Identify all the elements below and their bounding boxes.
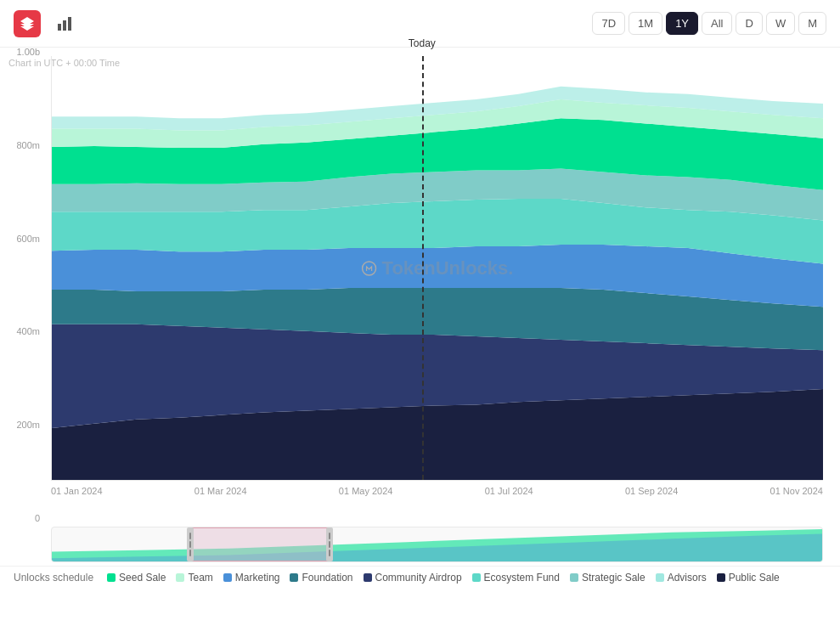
handle-lines-left: [189, 533, 191, 556]
legend-label-public-sale: Public Sale: [729, 572, 780, 584]
legend-item-seed-sale: Seed Sale: [107, 572, 166, 584]
btn-all[interactable]: All: [702, 12, 732, 35]
legend-label-ecosystem-fund: Ecosystem Fund: [484, 572, 560, 584]
legend-label-marketing: Marketing: [235, 572, 280, 584]
x-label-mar: 01 Mar 2024: [194, 486, 247, 496]
legend-dot-marketing: [223, 573, 232, 582]
btn-m[interactable]: M: [798, 12, 826, 35]
legend-item-community-airdrop: Community Airdrop: [364, 572, 462, 584]
x-label-may: 01 May 2024: [339, 486, 393, 496]
mini-chart-svg: [52, 527, 822, 561]
y-axis: 0 200m 400m 600m 800m 1.00b: [0, 48, 47, 523]
y-label-1b: 1.00b: [0, 48, 47, 57]
btn-w[interactable]: W: [766, 12, 795, 35]
logo-icon: [14, 10, 41, 37]
x-label-nov: 01 Nov 2024: [770, 486, 823, 496]
legend-title: Unlocks schedule: [14, 572, 93, 584]
svg-rect-0: [58, 24, 61, 31]
x-label-sep: 01 Sep 2024: [625, 486, 678, 496]
legend-dot-public-sale: [717, 573, 725, 582]
time-controls: 7D 1M 1Y All D W M: [592, 12, 826, 35]
y-label-0: 0: [0, 514, 47, 523]
legend-dot-seed-sale: [107, 573, 116, 582]
legend-label-advisors: Advisors: [668, 572, 707, 584]
svg-rect-2: [68, 17, 71, 31]
legend-dot-ecosystem-fund: [472, 573, 481, 582]
legend-dot-strategic-sale: [570, 573, 578, 582]
mini-chart[interactable]: [51, 527, 823, 562]
btn-d[interactable]: D: [736, 12, 762, 35]
legend-label-team: Team: [188, 572, 212, 584]
y-label-400m: 400m: [0, 327, 47, 336]
y-label-600m: 600m: [0, 234, 47, 244]
mini-handle-left[interactable]: [187, 527, 194, 561]
y-label-200m: 200m: [0, 420, 47, 430]
mini-handle-right[interactable]: [326, 527, 333, 561]
header-left: [14, 10, 78, 37]
mini-chart-container: [0, 523, 840, 566]
x-axis: 01 Jan 2024 01 Mar 2024 01 May 2024 01 J…: [51, 481, 823, 496]
svg-rect-1: [63, 20, 66, 31]
legend-dot-team: [176, 573, 184, 582]
legend-item-team: Team: [176, 572, 212, 584]
legend-label-community-airdrop: Community Airdrop: [375, 572, 462, 584]
y-label-800m: 800m: [0, 141, 47, 150]
legend-label-seed-sale: Seed Sale: [119, 572, 166, 584]
chart-area: Today TokenUnlocks.: [51, 56, 823, 481]
svg-marker-19: [52, 534, 822, 561]
legend-item-ecosystem-fund: Ecosystem Fund: [472, 572, 560, 584]
mini-selection: [190, 527, 329, 561]
stacked-chart: [52, 56, 823, 480]
chart-container: Chart in UTC + 00:00 Time 0 200m 400m 60…: [0, 48, 840, 523]
x-label-jul: 01 Jul 2024: [485, 486, 533, 496]
x-label-jan: 01 Jan 2024: [51, 486, 103, 496]
legend: Unlocks schedule Seed Sale Team Marketin…: [0, 566, 840, 589]
legend-dot-advisors: [656, 573, 664, 582]
legend-label-strategic-sale: Strategic Sale: [582, 572, 646, 584]
legend-item-advisors: Advisors: [656, 572, 707, 584]
legend-item-foundation: Foundation: [290, 572, 352, 584]
today-line: Today: [422, 56, 424, 480]
btn-1m[interactable]: 1M: [629, 12, 662, 35]
legend-item-public-sale: Public Sale: [717, 572, 780, 584]
legend-dot-foundation: [290, 573, 298, 582]
legend-label-foundation: Foundation: [302, 572, 352, 584]
btn-1y[interactable]: 1Y: [666, 12, 698, 35]
today-label: Today: [409, 37, 436, 49]
legend-item-marketing: Marketing: [223, 572, 280, 584]
btn-7d[interactable]: 7D: [592, 12, 625, 35]
legend-item-strategic-sale: Strategic Sale: [570, 572, 646, 584]
handle-lines-right: [329, 533, 330, 556]
legend-dot-community-airdrop: [364, 573, 372, 582]
chart-type-icon[interactable]: [51, 10, 78, 37]
